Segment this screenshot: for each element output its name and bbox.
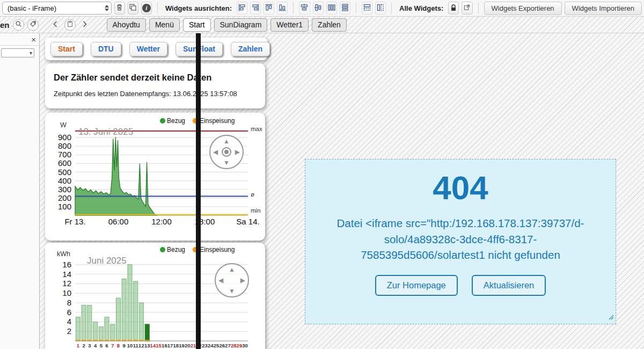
bar-day-5: [99, 326, 103, 341]
y-tick-label: 2: [67, 326, 71, 336]
align-center-vertical-button[interactable]: [313, 2, 324, 14]
bar-day-6: [105, 317, 109, 341]
bar-day-3: [87, 305, 92, 341]
align-right-button[interactable]: [250, 2, 261, 14]
bar-day-8: [116, 298, 121, 341]
match-width-button[interactable]: [362, 2, 372, 14]
align-top-button[interactable]: [264, 2, 274, 14]
max-label: max: [251, 126, 262, 132]
align-bottom-icon: [278, 3, 287, 13]
chevron-left-icon: [52, 20, 58, 30]
open-external-button[interactable]: [462, 2, 472, 14]
day-label: 9: [123, 343, 126, 348]
pan-left-icon[interactable]: ◀: [218, 277, 223, 283]
distribute-horizontal-button[interactable]: [326, 2, 337, 14]
y-tick-label: 600: [58, 158, 71, 168]
pan-control[interactable]: ▲ ▼ ◀ ▶: [209, 135, 244, 169]
bar-day-13: [145, 324, 149, 341]
y-tick-label: 200: [58, 193, 71, 202]
widget-tab-start[interactable]: Start: [50, 42, 83, 56]
view-tab-ahoydtu[interactable]: Ahoydtu: [107, 18, 146, 32]
day-label: 27: [225, 343, 231, 348]
pan-control[interactable]: ▲ ▼ ◀ ▶: [215, 263, 249, 297]
view-tab-sundiagram[interactable]: SunDiagram: [214, 18, 268, 32]
widget-info-button[interactable]: i: [141, 2, 152, 14]
left-panel-select[interactable]: ▾: [1, 48, 34, 57]
align-bottom-button[interactable]: [277, 2, 288, 14]
prev-view-button[interactable]: [49, 19, 61, 31]
view-tab-menu[interactable]: Menü: [149, 18, 180, 32]
widget-tab-wetter[interactable]: Wetter: [129, 42, 167, 56]
pan-down-icon[interactable]: ▼: [223, 159, 230, 166]
view-tab-zahlen[interactable]: Zahlen: [312, 18, 347, 32]
bezug-area-series: [75, 137, 157, 215]
home-button[interactable]: Zur Homepage: [375, 275, 458, 296]
x-tick-label: 12:00: [151, 217, 172, 226]
widgets-export-button[interactable]: Widgets Exportieren: [484, 2, 562, 15]
day-label: 23: [202, 343, 208, 348]
legend-bezug: Bezug: [160, 246, 185, 253]
close-panel-button[interactable]: ×: [30, 35, 37, 43]
distribute-vertical-icon: [341, 3, 349, 13]
pan-down-icon[interactable]: ▼: [229, 288, 235, 294]
bar-day-7: [111, 324, 115, 341]
lock-all-widgets-button[interactable]: [448, 2, 459, 14]
toolbar-divider: [356, 2, 356, 14]
x-tick-label: Fr 13.: [64, 217, 85, 226]
day-power-chart-widget: Bezug Einspeisung W 13. Juni 2025 100200…: [45, 113, 265, 241]
month-energy-chart-widget: Bezug Einspeisung kWh Juni 2025 24681012…: [45, 243, 265, 349]
day-label: 1: [77, 343, 80, 348]
trash-icon: [115, 3, 123, 13]
widget-tab-dtu[interactable]: DTU: [91, 42, 121, 56]
clone-widget-button[interactable]: [128, 2, 138, 14]
day-label: 20: [185, 343, 191, 348]
refresh-button[interactable]: Aktualisieren: [472, 275, 546, 296]
pan-center-icon[interactable]: [222, 147, 231, 157]
bar-day-9: [122, 279, 126, 341]
panel-cut-text: en: [0, 20, 10, 30]
distribute-vertical-button[interactable]: [340, 2, 350, 14]
x-tick-label: Sa 14.: [236, 217, 259, 226]
y-axis-unit: W: [60, 121, 67, 129]
y-tick-label: 10: [62, 288, 71, 297]
next-view-button[interactable]: [79, 19, 91, 31]
status-card: Der Zähler sendet derzeit keine Daten Ze…: [45, 63, 265, 108]
clone-icon: [129, 3, 137, 13]
y-tick-label: 700: [58, 150, 71, 159]
y-axis-unit: kWh: [57, 250, 70, 258]
view-tab-wetter1[interactable]: Wetter1: [270, 18, 309, 32]
x-tick-label: 06:00: [108, 217, 129, 226]
bar-day-12: [139, 303, 143, 341]
match-width-icon: [363, 3, 371, 13]
align-top-icon: [265, 3, 273, 13]
y-tick-label: 800: [58, 141, 71, 150]
match-height-button[interactable]: [375, 2, 386, 14]
widget-type-select[interactable]: (basic - iFrame): [2, 2, 112, 14]
view-tab-start[interactable]: Start: [183, 18, 211, 32]
tag-view-button[interactable]: [27, 19, 39, 31]
pan-right-icon[interactable]: ▶: [240, 277, 245, 283]
bezug-dot-icon: [160, 118, 165, 123]
align-center-horizontal-button[interactable]: [299, 2, 310, 14]
error-buttons-row: Zur Homepage Aktualisieren: [305, 275, 616, 296]
widget-tab-zahlen[interactable]: Zahlen: [231, 42, 270, 56]
y-tick-label: 4: [67, 317, 71, 326]
widgets-import-button[interactable]: Widgets Importieren: [565, 2, 642, 15]
external-link-icon: [463, 4, 471, 13]
resize-handle-icon[interactable]: [608, 312, 614, 322]
match-height-icon: [376, 3, 385, 13]
y-tick-label: 500: [58, 168, 71, 177]
pan-right-icon[interactable]: ▶: [235, 149, 240, 155]
delete-widget-button[interactable]: [114, 2, 125, 14]
y-tick-label: 300: [58, 185, 71, 194]
panel-splitter[interactable]: [196, 33, 201, 349]
bar-day-4: [93, 322, 98, 341]
pan-up-icon[interactable]: ▲: [223, 138, 230, 144]
pan-up-icon[interactable]: ▲: [229, 266, 235, 273]
paste-view-button[interactable]: [64, 19, 76, 31]
zoom-view-button[interactable]: [13, 19, 24, 31]
align-left-button[interactable]: [237, 2, 247, 14]
vis-editor: { "toolbar": { "view_select_value": "(ba…: [0, 0, 644, 349]
pan-left-icon[interactable]: ◀: [213, 149, 218, 155]
day-label: 25: [214, 343, 219, 348]
